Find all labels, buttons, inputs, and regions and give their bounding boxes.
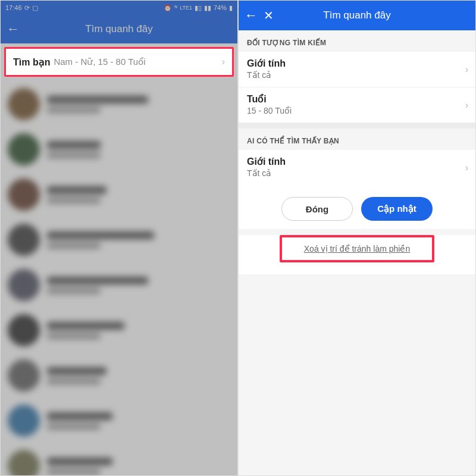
- list-item[interactable]: [1, 308, 237, 353]
- chevron-right-icon: ›: [222, 57, 225, 67]
- row-gender-search[interactable]: Giới tính Tất cả ›: [239, 52, 475, 87]
- update-button[interactable]: Cập nhật: [361, 197, 433, 221]
- header-title: Tìm quanh đây: [85, 23, 152, 35]
- status-sync-icon: ⟳: [24, 4, 30, 12]
- signal-icon: ▮▯: [195, 4, 202, 12]
- clear-location-link[interactable]: Xoá vị trí để tránh làm phiền: [304, 244, 410, 253]
- list-item[interactable]: [1, 398, 237, 443]
- section-header-search-target: ĐỐI TƯỢNG TÌM KIẾM: [239, 30, 475, 52]
- back-icon[interactable]: ←: [7, 21, 20, 37]
- row-gender-visibility[interactable]: Giới tính Tất cả ›: [239, 150, 475, 185]
- close-button[interactable]: Đóng: [281, 197, 353, 221]
- status-time: 17:46: [5, 4, 22, 11]
- row-value: 15 - 80 Tuổi: [247, 106, 467, 115]
- close-icon[interactable]: ✕: [264, 8, 274, 23]
- list-item[interactable]: [1, 127, 237, 172]
- list-item[interactable]: [1, 353, 237, 398]
- status-bar: 17:46 ⟳ ▢ ⏰ ᴺ LTE1 ▮▯ ▮▮ 74% ▮: [1, 1, 237, 15]
- app-header: ← Tìm quanh đây: [1, 15, 237, 43]
- row-label: Tuổi: [247, 93, 467, 105]
- row-value: Tất cả: [247, 70, 467, 80]
- highlight-clear-location: Xoá vị trí để tránh làm phiền: [280, 235, 434, 262]
- alarm-icon: ⏰: [164, 4, 172, 12]
- screen-nearby-settings: ← ✕ Tìm quanh đây ĐỐI TƯỢNG TÌM KIẾM Giớ…: [238, 0, 476, 476]
- nearby-list: [1, 80, 237, 476]
- chevron-right-icon: ›: [465, 100, 468, 111]
- list-item[interactable]: [1, 217, 237, 262]
- row-age[interactable]: Tuổi 15 - 80 Tuổi ›: [239, 87, 475, 123]
- app-header: ← ✕ Tìm quanh đây: [239, 1, 475, 30]
- network-label: LTE1: [180, 5, 192, 11]
- chevron-right-icon: ›: [465, 162, 468, 173]
- button-row: Đóng Cập nhật: [239, 185, 475, 229]
- row-label: Giới tính: [247, 156, 467, 167]
- back-icon[interactable]: ←: [245, 8, 258, 23]
- chevron-right-icon: ›: [465, 64, 468, 75]
- list-item[interactable]: [1, 172, 237, 217]
- list-item[interactable]: [1, 82, 237, 127]
- row-label: Giới tính: [247, 58, 467, 69]
- filter-value: Nam - Nữ, 15 - 80 Tuổi: [54, 57, 145, 67]
- signal-icon: ▮▮: [204, 4, 211, 12]
- list-item[interactable]: [1, 443, 237, 476]
- battery-text: 74%: [214, 4, 227, 11]
- section-divider: [239, 123, 475, 129]
- row-value: Tất cả: [247, 168, 467, 178]
- nfc-icon: ᴺ: [174, 4, 177, 12]
- filter-row[interactable]: Tìm bạn Nam - Nữ, 15 - 80 Tuổi ›: [4, 47, 234, 77]
- filter-label: Tìm bạn: [13, 57, 50, 68]
- list-item[interactable]: [1, 262, 237, 308]
- header-title: Tìm quanh đây: [323, 10, 390, 21]
- screen-nearby-list: 17:46 ⟳ ▢ ⏰ ᴺ LTE1 ▮▯ ▮▮ 74% ▮ ← Tìm qua…: [0, 0, 238, 476]
- status-image-icon: ▢: [32, 4, 38, 12]
- section-header-visibility: AI CÓ THỂ TÌM THẤY BẠN: [239, 129, 475, 150]
- battery-icon: ▮: [229, 4, 233, 12]
